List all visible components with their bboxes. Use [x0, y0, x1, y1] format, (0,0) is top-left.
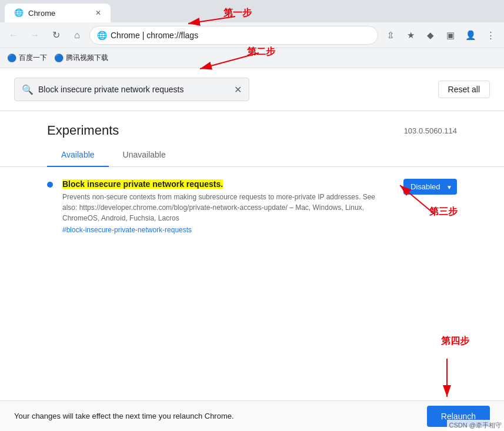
bookmark-tencent[interactable]: 🔵 腾讯视频下载	[54, 53, 108, 63]
search-icon: 🔍	[22, 84, 34, 95]
experiments-title: Experiments	[47, 123, 119, 138]
site-icon: 🌐	[97, 31, 107, 40]
profile-button[interactable]: 👤	[462, 26, 479, 44]
search-box: 🔍 ✕	[14, 78, 249, 101]
flag-link[interactable]: #block-insecure-private-network-requests	[62, 226, 394, 234]
address-site: Chrome | chrome://flags	[111, 31, 371, 40]
flags-search-area: 🔍 ✕ Reset all	[0, 68, 504, 111]
restore-button[interactable]: ▣	[442, 26, 459, 44]
reset-all-button[interactable]: Reset all	[438, 81, 490, 98]
back-button[interactable]: ←	[5, 26, 22, 44]
flag-name: Block insecure private network requests.	[62, 179, 223, 189]
search-clear-button[interactable]: ✕	[234, 84, 242, 95]
flag-select[interactable]: Default Enabled Disabled	[403, 179, 457, 195]
bookmark-baidu[interactable]: 🔵 百度一下	[7, 53, 47, 63]
reload-button[interactable]: ↻	[47, 26, 65, 44]
experiments-header: Experiments 103.0.5060.114	[0, 111, 504, 138]
tab-favicon: 🌐	[14, 8, 24, 18]
tencent-icon: 🔵	[54, 54, 64, 62]
forward-button[interactable]: →	[26, 26, 44, 44]
flag-description: Prevents non-secure contexts from making…	[62, 192, 380, 223]
flag-dot	[47, 182, 53, 188]
nav-actions: ⇫ ★ ◆ ▣ 👤 ⋮	[382, 26, 499, 44]
tab-title: Chrome	[28, 9, 55, 18]
search-input[interactable]	[38, 85, 229, 94]
share-button[interactable]: ⇫	[382, 26, 399, 44]
bottom-bar: Your changes will take effect the next t…	[0, 400, 504, 431]
menu-button[interactable]: ⋮	[482, 26, 499, 44]
browser-frame: 🌐 Chrome ✕ ← → ↻ ⌂ 🌐 Chrome | chrome://f…	[0, 0, 504, 431]
flag-select-wrapper: Default Enabled Disabled	[403, 179, 457, 195]
extension-button[interactable]: ◆	[422, 26, 439, 44]
tab-bar: 🌐 Chrome ✕	[0, 0, 504, 22]
active-tab[interactable]: 🌐 Chrome ✕	[5, 4, 111, 22]
page-content: 🔍 ✕ Reset all Experiments 103.0.5060.114…	[0, 68, 504, 431]
flag-content: Block insecure private network requests.…	[62, 179, 394, 234]
tab-available[interactable]: Available	[47, 143, 109, 166]
flags-tabs: Available Unavailable	[0, 143, 504, 167]
flags-list: Block insecure private network requests.…	[0, 167, 504, 258]
bookmarks-bar: 🔵 百度一下 🔵 腾讯视频下载	[0, 48, 504, 68]
tab-unavailable[interactable]: Unavailable	[109, 143, 180, 166]
baidu-icon: 🔵	[7, 54, 16, 62]
relaunch-message: Your changes will take effect the next t…	[14, 412, 234, 420]
navigation-bar: ← → ↻ ⌂ 🌐 Chrome | chrome://flags ⇫ ★ ◆ …	[0, 22, 504, 48]
flag-control: Default Enabled Disabled	[403, 179, 457, 195]
bookmark-button[interactable]: ★	[402, 26, 419, 44]
address-bar[interactable]: 🌐 Chrome | chrome://flags	[89, 26, 378, 45]
home-button[interactable]: ⌂	[68, 26, 86, 44]
tab-close-button[interactable]: ✕	[95, 9, 101, 17]
bookmark-baidu-label: 百度一下	[19, 53, 47, 63]
bookmark-tencent-label: 腾讯视频下载	[66, 53, 108, 63]
flag-item: Block insecure private network requests.…	[47, 179, 457, 234]
version-text: 103.0.5060.114	[404, 126, 457, 135]
relaunch-button[interactable]: Relaunch	[427, 406, 490, 427]
